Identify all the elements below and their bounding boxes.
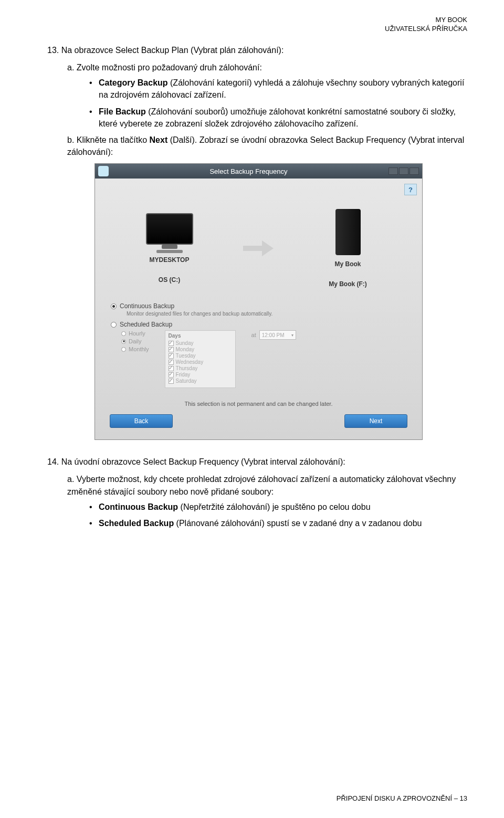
checkbox-icon bbox=[169, 379, 174, 384]
day-saturday[interactable]: Saturday bbox=[169, 378, 232, 384]
source-device: MYDESKTOP OS (C:) bbox=[122, 213, 217, 284]
doc-header-line2: UŽIVATELSKÁ PŘÍRUČKA bbox=[47, 25, 467, 34]
day-monday[interactable]: Monday bbox=[169, 347, 232, 352]
step-13-bullet-1-bold: Category Backup bbox=[99, 78, 168, 87]
page-footer: PŘIPOJENÍ DISKU A ZPROVOZNĚNÍ – 13 bbox=[337, 794, 467, 802]
frequency-col: Hourly Daily Monthly bbox=[121, 330, 149, 352]
freq-daily-label: Daily bbox=[129, 338, 141, 344]
checkbox-icon bbox=[169, 360, 174, 365]
source-drive: OS (C:) bbox=[159, 276, 180, 284]
freq-monthly-label: Monthly bbox=[129, 346, 149, 352]
step-13-number: 13. bbox=[47, 46, 59, 55]
target-name: My Book bbox=[334, 260, 361, 268]
step-13-bullets: Category Backup (Zálohování kategorií) v… bbox=[89, 77, 467, 130]
step-14-bullet-2: Scheduled Backup (Plánované zálohování) … bbox=[89, 517, 467, 529]
document-header: MY BOOK UŽIVATELSKÁ PŘÍRUČKA bbox=[47, 16, 467, 34]
step-13-bullet-2-rest: (Zálohování souborů) umožňuje zálohovat … bbox=[99, 107, 456, 128]
day-label: Monday bbox=[176, 347, 195, 352]
footer-note: This selection is not permanent and can … bbox=[100, 401, 417, 407]
step-14-bullet-2-bold: Scheduled Backup bbox=[99, 519, 174, 528]
step-14-bullet-1-bold: Continuous Backup bbox=[99, 502, 178, 511]
checkbox-icon bbox=[169, 366, 174, 371]
button-bar: Back Next bbox=[100, 414, 417, 434]
radio-icon bbox=[121, 347, 126, 352]
window-title: Select Backup Frequency bbox=[109, 167, 388, 175]
time-value: 12:00 PM bbox=[262, 332, 285, 338]
maximize-button[interactable] bbox=[399, 167, 408, 175]
monitor-icon bbox=[146, 213, 193, 245]
target-drive: My Book (F:) bbox=[329, 280, 367, 288]
days-box: Days Sunday Monday Tuesday Wednesday Thu… bbox=[165, 330, 236, 388]
next-button[interactable]: Next bbox=[344, 414, 407, 428]
radio-icon bbox=[121, 339, 126, 344]
close-button[interactable] bbox=[410, 167, 419, 175]
step-13-b-label: b. bbox=[67, 135, 74, 144]
app-body: ? MYDESKTOP OS (C:) My Book My Book (F:) bbox=[95, 179, 422, 439]
day-label: Wednesday bbox=[176, 359, 204, 365]
doc-header-line1: MY BOOK bbox=[47, 16, 467, 25]
hdd-icon bbox=[335, 209, 361, 255]
step-13-a-label: a. bbox=[67, 63, 74, 72]
step-14: 14. Na úvodní obrazovce Select Backup Fr… bbox=[47, 456, 467, 468]
day-label: Tuesday bbox=[176, 353, 196, 359]
freq-hourly[interactable]: Hourly bbox=[121, 330, 149, 337]
schedule-block: Hourly Daily Monthly bbox=[121, 330, 412, 388]
app-icon bbox=[98, 166, 109, 176]
device-row: MYDESKTOP OS (C:) My Book My Book (F:) bbox=[100, 198, 417, 293]
day-label: Saturday bbox=[176, 378, 197, 384]
step-13-a: a. Zvolte možnosti pro požadovaný druh z… bbox=[67, 61, 467, 74]
time-col: at 12:00 PM ▾ bbox=[251, 330, 296, 340]
checkbox-icon bbox=[169, 353, 174, 359]
radio-icon bbox=[111, 322, 117, 328]
titlebar: Select Backup Frequency bbox=[95, 164, 422, 179]
step-13-bullet-2: File Backup (Zálohování souborů) umožňuj… bbox=[89, 106, 467, 130]
radio-icon bbox=[111, 303, 117, 309]
step-13-b: b. Klikněte na tlačítko Next (Další). Zo… bbox=[67, 134, 467, 158]
app-window: Select Backup Frequency ? MYDESKTOP OS (… bbox=[94, 163, 423, 440]
source-name: MYDESKTOP bbox=[150, 256, 190, 264]
freq-daily[interactable]: Daily bbox=[121, 338, 149, 344]
checkbox-icon bbox=[169, 341, 174, 346]
step-14-title: Na úvodní obrazovce Select Backup Freque… bbox=[61, 457, 345, 466]
step-13-b-pre: Klikněte na tlačítko bbox=[77, 135, 150, 144]
step-14-a-text: Vyberte možnost, kdy chcete prohledat zd… bbox=[67, 475, 456, 496]
scheduled-label: Scheduled Backup bbox=[120, 321, 172, 328]
back-button[interactable]: Back bbox=[110, 414, 173, 428]
day-friday[interactable]: Friday bbox=[169, 372, 232, 377]
day-label: Thursday bbox=[176, 365, 198, 371]
step-13-bullet-2-bold: File Backup bbox=[99, 107, 146, 116]
days-head: Days bbox=[169, 333, 232, 339]
help-row: ? bbox=[100, 184, 417, 195]
step-14-bullets: Continuous Backup (Nepřetržité zálohován… bbox=[89, 501, 467, 529]
continuous-backup-radio[interactable]: Continuous Backup bbox=[111, 302, 412, 310]
freq-hourly-label: Hourly bbox=[129, 330, 145, 337]
screenshot: Select Backup Frequency ? MYDESKTOP OS (… bbox=[94, 163, 467, 440]
day-label: Sunday bbox=[176, 340, 194, 346]
step-14-bullet-1-rest: (Nepřetržité zálohování) je spuštěno po … bbox=[178, 502, 370, 511]
time-select[interactable]: 12:00 PM ▾ bbox=[259, 330, 296, 340]
day-sunday[interactable]: Sunday bbox=[169, 340, 232, 346]
continuous-label: Continuous Backup bbox=[120, 302, 174, 310]
day-wednesday[interactable]: Wednesday bbox=[169, 359, 232, 365]
freq-monthly[interactable]: Monthly bbox=[121, 346, 149, 352]
scheduled-backup-radio[interactable]: Scheduled Backup bbox=[111, 321, 412, 328]
step-13-a-text: Zvolte možnosti pro požadovaný druh zálo… bbox=[77, 63, 262, 72]
day-label: Friday bbox=[176, 372, 191, 377]
continuous-desc: Monitor designated files for changes and… bbox=[127, 311, 412, 317]
minimize-button[interactable] bbox=[388, 167, 398, 175]
checkbox-icon bbox=[169, 372, 174, 377]
step-13-title: Na obrazovce Select Backup Plan (Vybrat … bbox=[61, 46, 284, 55]
day-thursday[interactable]: Thursday bbox=[169, 365, 232, 371]
step-13-bullet-1: Category Backup (Zálohování kategorií) v… bbox=[89, 77, 467, 101]
chevron-down-icon: ▾ bbox=[291, 333, 293, 338]
step-14-bullet-2-rest: (Plánované zálohování) spustí se v zadan… bbox=[174, 519, 422, 528]
options-area: Continuous Backup Monitor designated fil… bbox=[100, 293, 417, 388]
day-tuesday[interactable]: Tuesday bbox=[169, 353, 232, 359]
radio-icon bbox=[121, 331, 126, 336]
step-14-number: 14. bbox=[47, 457, 59, 466]
arrow-icon bbox=[243, 240, 275, 256]
step-13: 13. Na obrazovce Select Backup Plan (Vyb… bbox=[47, 44, 467, 56]
step-14-bullet-1: Continuous Backup (Nepřetržité zálohován… bbox=[89, 501, 467, 513]
help-button[interactable]: ? bbox=[404, 184, 417, 195]
at-label: at bbox=[251, 332, 256, 338]
